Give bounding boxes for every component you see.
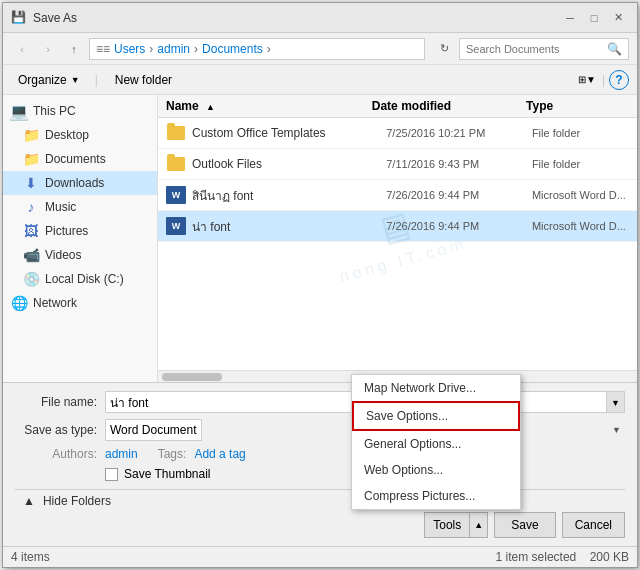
action-row: ➤ Map Network Drive... Save Options... G… xyxy=(15,512,625,538)
new-folder-label: New folder xyxy=(115,73,172,87)
thumbnail-row: Save Thumbnail xyxy=(15,467,625,481)
menu-item-web-options[interactable]: Web Options... xyxy=(352,457,520,483)
forward-button[interactable]: › xyxy=(37,38,59,60)
organize-button[interactable]: Organize ▼ xyxy=(11,70,87,90)
file-type: File folder xyxy=(532,158,629,170)
sidebar-item-downloads[interactable]: ⬇ Downloads xyxy=(3,171,157,195)
breadcrumb-sep1: › xyxy=(149,42,153,56)
new-folder-button[interactable]: New folder xyxy=(106,70,181,90)
menu-item-general-options[interactable]: General Options... xyxy=(352,431,520,457)
sidebar-item-desktop[interactable]: 📁 Desktop xyxy=(3,123,157,147)
help-icon: ? xyxy=(615,73,622,87)
help-button[interactable]: ? xyxy=(609,70,629,90)
breadcrumb-sep2: › xyxy=(194,42,198,56)
music-icon: ♪ xyxy=(23,199,39,215)
refresh-button[interactable]: ↻ xyxy=(433,38,455,60)
sidebar-item-documents-label: Documents xyxy=(45,152,106,166)
view-toggle-button[interactable]: ⊞▼ xyxy=(576,69,598,91)
save-button[interactable]: Save xyxy=(494,512,555,538)
column-date[interactable]: Date modified xyxy=(372,99,526,113)
sidebar-item-music-label: Music xyxy=(45,200,76,214)
tags-value[interactable]: Add a tag xyxy=(194,447,245,461)
sidebar-item-videos[interactable]: 📹 Videos xyxy=(3,243,157,267)
up-button[interactable]: ↑ xyxy=(63,38,85,60)
pictures-icon: 🖼 xyxy=(23,223,39,239)
table-row[interactable]: Custom Office Templates 7/25/2016 10:21 … xyxy=(158,118,637,149)
file-date: 7/26/2016 9:44 PM xyxy=(386,220,532,232)
dialog-title: Save As xyxy=(33,11,77,25)
tools-dropdown-menu: Map Network Drive... Save Options... Gen… xyxy=(351,374,521,510)
sidebar-item-documents[interactable]: 📁 Documents xyxy=(3,147,157,171)
file-column-headers: Name ▲ Date modified Type xyxy=(158,95,637,118)
search-input[interactable] xyxy=(466,43,603,55)
table-row[interactable]: Outlook Files 7/11/2016 9:43 PM File fol… xyxy=(158,149,637,180)
hide-folders-bar: ▲ Hide Folders xyxy=(15,489,625,512)
close-button[interactable]: ✕ xyxy=(607,7,629,29)
file-type: Microsoft Word D... xyxy=(532,220,629,232)
organize-arrow-icon: ▼ xyxy=(71,75,80,85)
table-row[interactable]: W สินีนาฏ font 7/26/2016 9:44 PM Microso… xyxy=(158,180,637,211)
file-date: 7/26/2016 9:44 PM xyxy=(386,189,532,201)
filename-row: File name: ▼ xyxy=(15,391,625,413)
back-button[interactable]: ‹ xyxy=(11,38,33,60)
search-box[interactable]: 🔍 xyxy=(459,38,629,60)
file-list: Custom Office Templates 7/25/2016 10:21 … xyxy=(158,118,637,370)
menu-item-compress-pictures[interactable]: Compress Pictures... xyxy=(352,483,520,509)
breadcrumb[interactable]: ≡≡ Users › admin › Documents › xyxy=(89,38,425,60)
status-selected: 1 item selected 200 KB xyxy=(496,550,629,564)
sidebar-item-downloads-label: Downloads xyxy=(45,176,104,190)
breadcrumb-users: Users xyxy=(114,42,145,56)
sidebar-item-thispc[interactable]: 💻 This PC xyxy=(3,99,157,123)
thispc-icon: 💻 xyxy=(11,103,27,119)
minimize-button[interactable]: ─ xyxy=(559,7,581,29)
authors-value[interactable]: admin xyxy=(105,447,138,461)
column-name[interactable]: Name ▲ xyxy=(166,99,372,113)
thumbnail-label: Save Thumbnail xyxy=(124,467,211,481)
hide-folders-label: Hide Folders xyxy=(43,494,111,508)
filename-dropdown-arrow[interactable]: ▼ xyxy=(607,391,625,413)
sidebar-item-videos-label: Videos xyxy=(45,248,81,262)
hide-folders-arrow-icon: ▲ xyxy=(23,494,35,508)
title-bar: 💾 Save As ─ □ ✕ xyxy=(3,3,637,33)
menu-item-map-network[interactable]: Map Network Drive... xyxy=(352,375,520,401)
cancel-button[interactable]: Cancel xyxy=(562,512,625,538)
sidebar-item-pictures-label: Pictures xyxy=(45,224,88,238)
sidebar-item-music[interactable]: ♪ Music xyxy=(3,195,157,219)
sidebar-item-localdisk-label: Local Disk (C:) xyxy=(45,272,124,286)
file-name: สินีนาฏ font xyxy=(192,186,386,205)
maximize-button[interactable]: □ xyxy=(583,7,605,29)
sidebar-item-pictures[interactable]: 🖼 Pictures xyxy=(3,219,157,243)
file-type: File folder xyxy=(532,127,629,139)
breadcrumb-admin: admin xyxy=(157,42,190,56)
tools-label: Tools xyxy=(425,518,469,532)
breadcrumb-documents: Documents xyxy=(202,42,263,56)
savetype-label: Save as type: xyxy=(15,423,105,437)
file-date: 7/11/2016 9:43 PM xyxy=(386,158,532,170)
sidebar: 💻 This PC 📁 Desktop 📁 Documents ⬇ Downlo… xyxy=(3,95,158,382)
folder-icon xyxy=(166,123,186,143)
thumbnail-checkbox[interactable] xyxy=(105,468,118,481)
breadcrumb-sep3: › xyxy=(267,42,271,56)
savetype-arrow-icon: ▼ xyxy=(612,425,621,435)
second-toolbar: Organize ▼ | New folder ⊞▼ | ? xyxy=(3,65,637,95)
sidebar-item-localdisk[interactable]: 💿 Local Disk (C:) xyxy=(3,267,157,291)
hide-folders-button[interactable]: ▲ Hide Folders xyxy=(23,494,111,508)
breadcrumb-separator: ≡≡ xyxy=(96,42,110,56)
menu-item-save-options[interactable]: Save Options... xyxy=(352,401,520,431)
view-controls: ⊞▼ | ? xyxy=(576,69,629,91)
file-date: 7/25/2016 10:21 PM xyxy=(386,127,532,139)
documents-icon: 📁 xyxy=(23,151,39,167)
scroll-thumb[interactable] xyxy=(162,373,222,381)
tools-button[interactable]: Tools ▲ xyxy=(424,512,488,538)
tools-arrow-icon[interactable]: ▲ xyxy=(469,513,487,537)
savetype-select[interactable]: Word Document xyxy=(105,419,202,441)
desktop-icon: 📁 xyxy=(23,127,39,143)
column-type[interactable]: Type xyxy=(526,99,629,113)
filename-label: File name: xyxy=(15,395,105,409)
sidebar-item-network-label: Network xyxy=(33,296,77,310)
bottom-section: File name: ▼ Save as type: Word Document… xyxy=(3,382,637,546)
savetype-row: Save as type: Word Document ▼ xyxy=(15,419,625,441)
sidebar-item-network[interactable]: 🌐 Network xyxy=(3,291,157,315)
status-bar: 4 items 1 item selected 200 KB xyxy=(3,546,637,567)
table-row[interactable]: W น่า font 7/26/2016 9:44 PM Microsoft W… xyxy=(158,211,637,242)
